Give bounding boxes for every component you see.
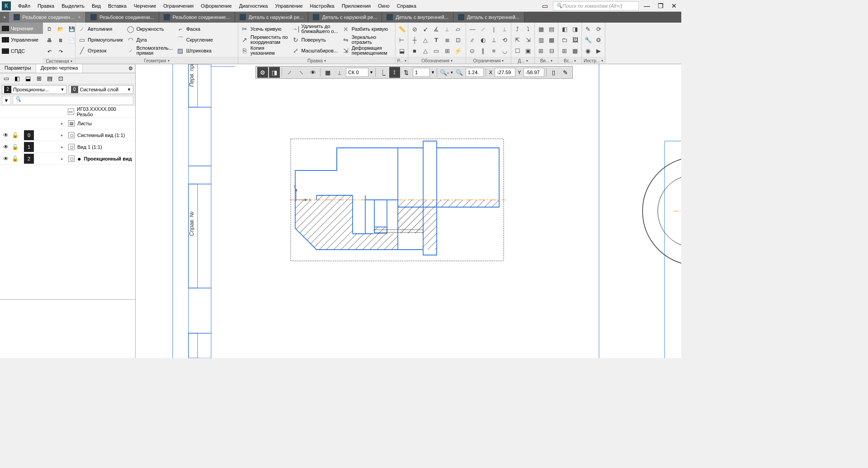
con-3[interactable]: | — [489, 24, 500, 34]
view-2[interactable]: ▤ — [547, 24, 557, 34]
annot-13[interactable]: ▭ — [431, 45, 442, 56]
side-tab-params[interactable]: Параметры — [0, 64, 36, 73]
cmd-deform[interactable]: ⇲Деформация перемещением — [340, 45, 390, 56]
cmd-scale[interactable]: ⤢Масштабиров... — [290, 45, 340, 56]
tree-i1[interactable]: ▭ — [2, 74, 11, 83]
doc-tab-3[interactable]: Деталь с наружной ре... — [235, 12, 309, 23]
tree-i5[interactable]: ▤ — [45, 74, 54, 83]
group-dims-short[interactable]: Р...▾ — [396, 57, 408, 64]
cmd-hatch[interactable]: ▨Штриховка — [175, 45, 215, 56]
dim-icon-2[interactable]: ⊢ — [396, 34, 407, 45]
annot-4[interactable]: ⟂ — [442, 24, 453, 34]
con-6[interactable]: ◐ — [478, 34, 489, 45]
annot-1[interactable]: ⊘ — [409, 24, 420, 34]
tool-5[interactable]: ◉ — [583, 45, 594, 56]
cmd-mirror[interactable]: ⇋Зеркально отразить — [340, 34, 390, 45]
filter-input[interactable]: 🔍 — [13, 96, 133, 105]
layout-icon[interactable]: ▭ — [539, 2, 550, 10]
canvas[interactable]: ⚙ ◨ ⟋ ⟍ 👁 ▦ ⟂ ▼ ⎿ ⟟ ⇅ ▼ 🔍- ▾ 🔍 X Y — [136, 64, 681, 358]
annot-2[interactable]: ↙ — [420, 24, 431, 34]
tree-sheets[interactable]: ▸▤Листы — [0, 118, 135, 129]
preview-icon[interactable]: 🗎 — [55, 35, 66, 46]
menu-help[interactable]: Справка — [393, 1, 420, 10]
group-views[interactable]: Ви...▾ — [535, 57, 558, 64]
ins-1[interactable]: ◧ — [559, 24, 570, 34]
tree-view1[interactable]: 👁🔓1 ▸◻Вид 1 (1:1) — [0, 141, 135, 153]
tool-2[interactable]: ⟳ — [594, 24, 604, 34]
doc-tab-4[interactable]: Деталь с наружной ре... — [308, 12, 382, 23]
new-icon[interactable]: 🗋 — [44, 24, 55, 34]
cmd-autoline[interactable]: ⟋Автолиния — [76, 24, 125, 34]
diag-3[interactable]: ⇱ — [512, 34, 523, 45]
dim-icon-1[interactable]: 📏 — [396, 24, 407, 34]
eye-icon[interactable]: 👁 — [3, 144, 9, 150]
mode-drawing[interactable]: Черчение — [0, 23, 43, 34]
new-tab-button[interactable]: + — [0, 12, 9, 23]
diag-4[interactable]: ⇲ — [523, 34, 534, 45]
tab-close-icon[interactable]: × — [78, 14, 81, 20]
maximize-button[interactable]: ❐ — [655, 2, 666, 10]
cmd-copy[interactable]: ⎘Копия указанием — [239, 45, 290, 56]
tree-sysview[interactable]: 👁🔓0 ▸◻Системный вид (1:1) — [0, 129, 135, 141]
menu-constraints[interactable]: Ограничения — [160, 1, 197, 10]
diag-6[interactable]: ▣ — [523, 45, 534, 56]
annot-7[interactable]: △ — [420, 34, 431, 45]
menu-edit[interactable]: Правка — [34, 1, 58, 10]
group-tools[interactable]: Инстр...▾ — [582, 57, 605, 64]
cmd-move[interactable]: ↗Переместить по координатам — [239, 34, 290, 45]
annot-8[interactable]: T — [431, 34, 442, 45]
view-4[interactable]: ▩ — [547, 34, 557, 45]
annot-12[interactable]: △ — [420, 45, 431, 56]
cmd-split[interactable]: ⤬Разбить кривую — [340, 24, 390, 34]
diag-5[interactable]: ☐ — [512, 45, 523, 56]
cmd-aux-line[interactable]: ⟋Вспомогатель... прямая — [125, 45, 175, 56]
cmd-circle[interactable]: ◯Окружность — [125, 24, 175, 34]
mode-manage[interactable]: Управление — [0, 34, 43, 45]
diag-2[interactable]: ⤵ — [523, 24, 534, 34]
group-diag[interactable]: Д...▾ — [511, 57, 534, 64]
annot-10[interactable]: ⊡ — [453, 34, 463, 45]
tool-6[interactable]: ▶ — [594, 45, 604, 56]
group-edit[interactable]: Правка▾ — [238, 57, 395, 64]
cmd-extend[interactable]: →|Удлинить до ближайшего о... — [290, 24, 340, 34]
dim-icon-3[interactable]: ⬓ — [396, 45, 407, 56]
con-7[interactable]: ⊥ — [489, 34, 500, 45]
lock-icon[interactable]: 🔓 — [12, 144, 18, 150]
side-tab-tree[interactable]: Дерево чертежа — [36, 64, 83, 73]
cmd-fillet[interactable]: ⌒Скругление — [175, 34, 215, 45]
con-10[interactable]: ∥ — [478, 45, 489, 56]
annot-15[interactable]: ⚡ — [453, 45, 463, 56]
menu-insert[interactable]: Вставка — [104, 1, 130, 10]
redo-icon[interactable]: ↷ — [55, 46, 66, 57]
tool-3[interactable]: 🔧 — [583, 34, 594, 45]
cmd-segment[interactable]: ╱Отрезок — [76, 45, 125, 56]
layer-combo[interactable]: 0 Системный слой ▼ — [69, 85, 134, 94]
menu-apps[interactable]: Приложения — [338, 1, 374, 10]
con-4[interactable]: ⟂ — [499, 24, 510, 34]
con-2[interactable]: ⟋ — [478, 24, 489, 34]
group-constraints[interactable]: Ограничения▾ — [466, 57, 511, 64]
ins-5[interactable]: ⊞ — [559, 45, 570, 56]
lock-icon[interactable]: 🔓 — [12, 156, 18, 162]
cmd-trim[interactable]: ✂Усечь кривую — [239, 24, 290, 34]
eye-icon[interactable]: 👁 — [3, 156, 9, 162]
filter-icon[interactable]: ▼ — [2, 96, 11, 105]
close-button[interactable]: ✕ — [669, 2, 679, 10]
view-5[interactable]: ⊞ — [536, 45, 547, 56]
diag-1[interactable]: ⤴ — [512, 24, 523, 34]
ins-2[interactable]: ◨ — [570, 24, 581, 34]
ins-6[interactable]: ▦ — [570, 45, 581, 56]
tree-i3[interactable]: ⬓ — [24, 74, 33, 83]
menu-window[interactable]: Окно — [374, 1, 393, 10]
tree-i4[interactable]: ⊞ — [34, 74, 43, 83]
menu-format[interactable]: Оформление — [197, 1, 235, 10]
lock-icon[interactable]: 🔓 — [12, 132, 18, 138]
mode-spds[interactable]: СПДС — [0, 45, 43, 57]
doc-tab-6[interactable]: Деталь с внутренней... — [453, 12, 524, 23]
doc-tab-1[interactable]: Резьбовое соединени... — [86, 12, 159, 23]
con-11[interactable]: ≡ — [489, 45, 500, 56]
undo-icon[interactable]: ↶ — [44, 46, 55, 57]
group-system[interactable]: Системная▾ — [43, 58, 75, 64]
tree-i6[interactable]: ⊡ — [56, 74, 65, 83]
con-8[interactable]: ⟲ — [499, 34, 510, 45]
